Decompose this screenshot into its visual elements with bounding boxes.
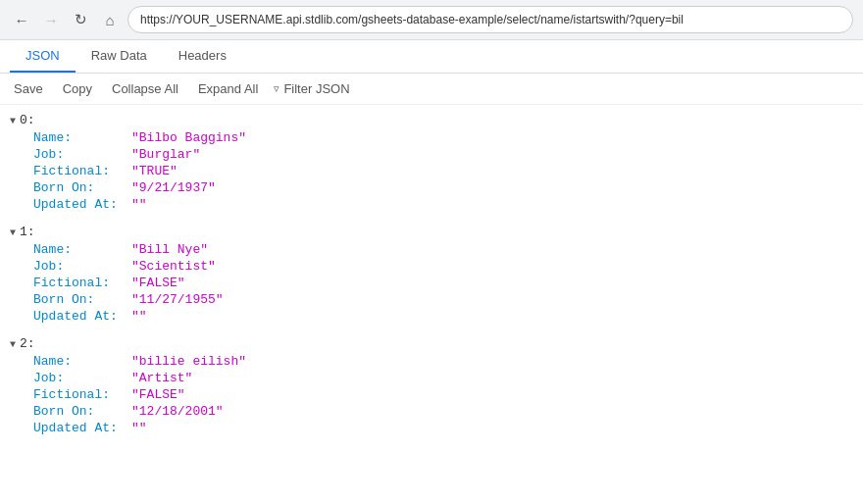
expand-all-button[interactable]: Expand All <box>194 79 262 98</box>
tab-raw-data[interactable]: Raw Data <box>76 40 163 73</box>
json-row: Updated At:"" <box>10 420 853 436</box>
chevron-icon-0: ▼ <box>10 116 16 126</box>
json-index-line-1[interactable]: ▼1: <box>10 225 853 241</box>
json-block-1: ▼1:Name:"Bill Nye"Job:"Scientist"Fiction… <box>10 225 853 325</box>
chevron-icon-1: ▼ <box>10 227 16 238</box>
json-row: Born On:"9/21/1937" <box>10 179 853 196</box>
tab-headers[interactable]: Headers <box>163 40 242 73</box>
json-block-2: ▼2:Name:"billie eilish"Job:"Artist"Ficti… <box>10 336 853 436</box>
json-key: Name: <box>33 242 131 257</box>
json-key: Updated At: <box>33 197 131 212</box>
json-key: Fictional: <box>33 164 131 178</box>
chevron-icon-2: ▼ <box>10 339 16 350</box>
json-row: Fictional:"FALSE" <box>10 275 853 291</box>
json-row: Job:"Burglar" <box>10 146 853 163</box>
json-key: Fictional: <box>33 276 131 290</box>
json-key: Born On: <box>33 292 131 307</box>
tab-json[interactable]: JSON <box>10 40 76 73</box>
json-value: "Artist" <box>131 371 192 385</box>
json-content: ▼0:Name:"Bilbo Baggins"Job:"Burglar"Fict… <box>0 105 863 501</box>
json-row: Born On:"12/18/2001" <box>10 403 853 420</box>
json-key: Fictional: <box>33 387 131 402</box>
json-row: Updated At:"" <box>10 308 853 325</box>
tab-bar: JSON Raw Data Headers <box>0 40 863 74</box>
browser-toolbar: ← → ↻ ⌂ <box>0 0 863 40</box>
json-key: Born On: <box>33 404 131 419</box>
json-index-label-1: 1: <box>20 225 35 239</box>
json-value: "Burglar" <box>131 147 200 162</box>
copy-button[interactable]: Copy <box>59 79 96 98</box>
json-row: Fictional:"TRUE" <box>10 163 853 179</box>
json-value: "" <box>131 421 147 435</box>
json-block-0: ▼0:Name:"Bilbo Baggins"Job:"Burglar"Fict… <box>10 113 853 213</box>
json-index-line-0[interactable]: ▼0: <box>10 113 853 129</box>
json-key: Born On: <box>33 180 131 195</box>
json-key: Updated At: <box>33 309 131 324</box>
json-row: Born On:"11/27/1955" <box>10 291 853 308</box>
json-value: "FALSE" <box>131 276 185 290</box>
json-key: Updated At: <box>33 421 131 435</box>
reload-button[interactable]: ↻ <box>69 8 92 31</box>
json-value: "12/18/2001" <box>131 404 224 419</box>
json-value: "Bill Nye" <box>131 242 208 257</box>
collapse-all-button[interactable]: Collapse All <box>108 79 182 98</box>
json-key: Job: <box>33 371 131 385</box>
back-button[interactable]: ← <box>10 8 33 31</box>
json-key: Job: <box>33 259 131 274</box>
json-value: "FALSE" <box>131 387 185 402</box>
json-index-line-2[interactable]: ▼2: <box>10 336 853 353</box>
json-value: "" <box>131 197 147 212</box>
json-key: Name: <box>33 354 131 369</box>
json-value: "11/27/1955" <box>131 292 224 307</box>
json-row: Fictional:"FALSE" <box>10 386 853 403</box>
json-index-label-2: 2: <box>20 336 35 351</box>
json-value: "TRUE" <box>131 164 178 178</box>
json-index-label-0: 0: <box>20 113 35 127</box>
json-row: Updated At:"" <box>10 196 853 213</box>
address-bar[interactable] <box>127 6 853 33</box>
filter-icon: ▿ <box>274 82 279 95</box>
home-button[interactable]: ⌂ <box>98 8 122 31</box>
json-value: "Bilbo Baggins" <box>131 130 246 145</box>
json-row: Name:"Bill Nye" <box>10 241 853 258</box>
json-key: Name: <box>33 130 131 145</box>
json-value: "Scientist" <box>131 259 216 274</box>
save-button[interactable]: Save <box>10 79 47 98</box>
json-key: Job: <box>33 147 131 162</box>
json-value: "billie eilish" <box>131 354 246 369</box>
json-row: Job:"Artist" <box>10 370 853 386</box>
json-row: Name:"Bilbo Baggins" <box>10 129 853 146</box>
json-value: "9/21/1937" <box>131 180 216 195</box>
forward-button[interactable]: → <box>39 8 63 31</box>
filter-json-label: Filter JSON <box>283 81 349 96</box>
json-row: Name:"billie eilish" <box>10 353 853 370</box>
json-toolbar: Save Copy Collapse All Expand All ▿ Filt… <box>0 74 863 105</box>
filter-json-button[interactable]: ▿ Filter JSON <box>274 81 349 96</box>
json-value: "" <box>131 309 147 324</box>
json-row: Job:"Scientist" <box>10 258 853 275</box>
